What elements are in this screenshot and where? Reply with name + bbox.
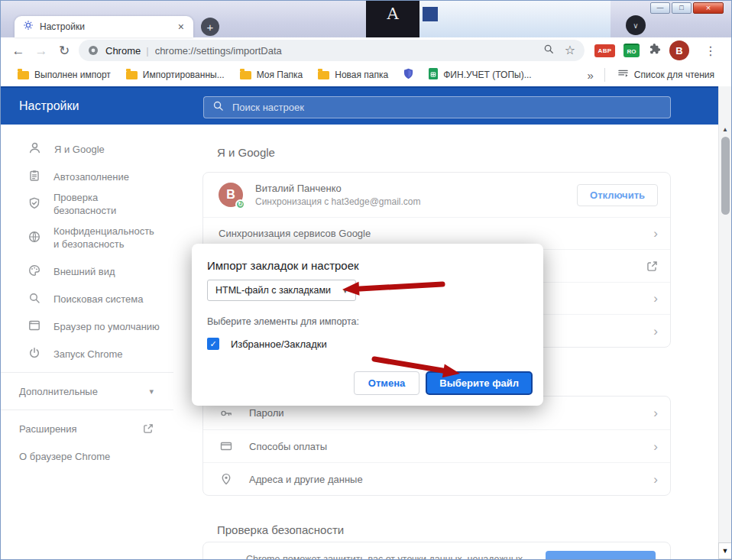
sidebar-item-extensions[interactable]: Расширения: [1, 415, 173, 442]
close-window-button[interactable]: ×: [693, 2, 724, 14]
zoom-icon[interactable]: [543, 44, 554, 57]
cancel-button[interactable]: Отмена: [354, 371, 419, 395]
minimize-button[interactable]: —: [650, 2, 670, 14]
location-pin-icon: [219, 473, 234, 485]
tab-strip: A — □ × Настройки × + ∨: [1, 1, 731, 37]
settings-search-box[interactable]: [203, 96, 671, 118]
divider: [1, 409, 173, 410]
page-scrollbar[interactable]: ▲ ▼: [718, 86, 731, 559]
sync-badge-icon: ↻: [235, 199, 245, 209]
sidebar-item-safety-check[interactable]: Проверка безопасности: [1, 190, 173, 218]
reading-list-button[interactable]: Список для чтения: [610, 66, 722, 84]
sidebar-item-you-and-google[interactable]: Я и Google: [1, 135, 173, 163]
bookmark-sheets[interactable]: ФИН.УЧЕТ (ТОПы)...: [421, 66, 539, 84]
browser-menu-button[interactable]: ⋮: [698, 44, 724, 58]
maximize-button[interactable]: □: [672, 2, 692, 14]
choose-file-button[interactable]: Выберите файл: [426, 371, 533, 395]
globe-icon: [28, 231, 40, 245]
sidebar-item-appearance[interactable]: Внешний вид: [1, 257, 173, 285]
bookmark-label: Моя Папка: [257, 70, 303, 80]
search-icon: [28, 292, 40, 306]
url-text: chrome://settings/importData: [155, 45, 543, 57]
bookmark-folder[interactable]: Новая папка: [310, 66, 396, 84]
tab-close-button[interactable]: ×: [175, 20, 187, 34]
divider: [1, 372, 173, 373]
row-label: Синхронизация сервисов Google: [219, 228, 371, 239]
bookmark-folder[interactable]: Моя Папка: [232, 66, 311, 84]
payment-methods-row[interactable]: Способы оплаты ›: [203, 429, 670, 462]
maximize-icon: □: [679, 5, 683, 11]
sidebar-item-label: О браузере Chrome: [19, 450, 113, 463]
chevron-down-icon: ▾: [149, 387, 154, 397]
sidebar-item-label: Я и Google: [54, 143, 108, 156]
bookmarks-overflow-button[interactable]: »: [581, 69, 599, 82]
row-label: Адреса и другие данные: [249, 474, 363, 485]
sidebar-item-label: Расширения: [19, 422, 80, 435]
roboform-extension-icon[interactable]: RO: [623, 44, 640, 57]
forward-button[interactable]: →: [30, 44, 53, 57]
divider: [604, 68, 605, 82]
new-tab-button[interactable]: +: [201, 18, 219, 36]
profile-avatar[interactable]: B: [669, 40, 689, 60]
checkbox-checked[interactable]: ✓: [207, 338, 219, 350]
adblock-extension-icon[interactable]: ABP: [594, 44, 615, 57]
tab-search-button[interactable]: ∨: [626, 15, 646, 35]
sidebar-item-autofill[interactable]: Автозаполнение: [1, 163, 173, 190]
browser-tab-settings[interactable]: Настройки ×: [15, 16, 193, 37]
bookmark-shield[interactable]: [396, 66, 421, 84]
profile-sync-status: Синхронизация с hat3edge@gmail.com: [255, 196, 421, 207]
scrollbar-thumb[interactable]: [721, 137, 730, 215]
select-items-label: Выберите элементы для импорта:: [207, 316, 528, 327]
sidebar-item-search-engine[interactable]: Поисковая система: [1, 285, 173, 312]
tab-title: Настройки: [40, 21, 175, 32]
bookmark-label: Выполнен импорт: [34, 70, 111, 80]
bookmarks-bar: Выполнен импорт Импортированны... Моя Па…: [1, 63, 731, 86]
settings-search-input[interactable]: [232, 102, 662, 113]
bookmark-folder[interactable]: Выполнен импорт: [10, 66, 118, 84]
settings-sidebar: Я и Google Автозаполнение: [1, 135, 173, 470]
extensions-area: ABP RO B ⋮: [594, 40, 724, 60]
power-icon: [28, 347, 40, 361]
address-bar[interactable]: Chrome | chrome://settings/importData ☆: [79, 40, 585, 61]
key-icon: [219, 407, 234, 419]
reload-button[interactable]: ↻: [53, 44, 76, 57]
sidebar-item-label: Внешний вид: [53, 265, 118, 278]
sidebar-item-privacy[interactable]: Конфиденциальность и безопасность: [1, 218, 173, 257]
sidebar-item-label: Конфиденциальность и безопасность: [53, 225, 164, 251]
chevron-right-icon: ›: [653, 440, 658, 453]
favorites-checkbox-row[interactable]: ✓ Избранное/Закладки: [207, 338, 528, 350]
theme-wallpaper-detail: [423, 7, 438, 21]
palette-icon: [28, 264, 40, 279]
sidebar-item-on-startup[interactable]: Запуск Chrome: [1, 340, 173, 367]
scroll-down-icon[interactable]: ▼: [718, 542, 731, 559]
sidebar-item-about-chrome[interactable]: О браузере Chrome: [1, 442, 173, 470]
folder-icon: [126, 71, 138, 79]
sidebar-item-label: Поисковая система: [53, 293, 147, 306]
sidebar-item-advanced[interactable]: Дополнительные ▾: [1, 377, 173, 405]
import-source-dropdown[interactable]: HTML-файл с закладками ▾: [207, 280, 356, 301]
url-separator: |: [146, 45, 148, 57]
bookmark-star-icon[interactable]: ☆: [565, 44, 575, 57]
sidebar-item-label: Запуск Chrome: [53, 348, 126, 361]
chevron-right-icon: ›: [653, 325, 658, 338]
bookmark-label: Новая папка: [335, 70, 388, 80]
back-button[interactable]: ←: [7, 44, 30, 57]
bookmark-folder[interactable]: Импортированны...: [118, 66, 232, 84]
sidebar-item-default-browser[interactable]: Браузер по умолчанию: [1, 312, 173, 340]
profile-name: Виталий Панченко: [255, 183, 421, 194]
checkbox-label: Избранное/Закладки: [231, 338, 327, 350]
site-info-icon[interactable]: [88, 45, 99, 56]
dropdown-value: HTML-файл с закладками: [215, 285, 331, 296]
addresses-row[interactable]: Адреса и другие данные ›: [203, 462, 670, 495]
folder-icon: [18, 71, 29, 79]
chevron-right-icon: ›: [653, 406, 658, 419]
google-sheets-icon: [429, 68, 438, 82]
disconnect-button[interactable]: Отключить: [577, 184, 658, 206]
close-icon: ×: [706, 4, 711, 12]
run-safety-check-button[interactable]: [546, 551, 656, 559]
sidebar-item-label: Браузер по умолчанию: [53, 320, 163, 333]
settings-title: Настройки: [19, 99, 79, 113]
safety-check-card: Chrome поможет защитить вас от утечки да…: [202, 542, 671, 559]
extensions-puzzle-icon[interactable]: [648, 43, 661, 59]
scroll-up-icon[interactable]: ▲: [719, 126, 731, 133]
